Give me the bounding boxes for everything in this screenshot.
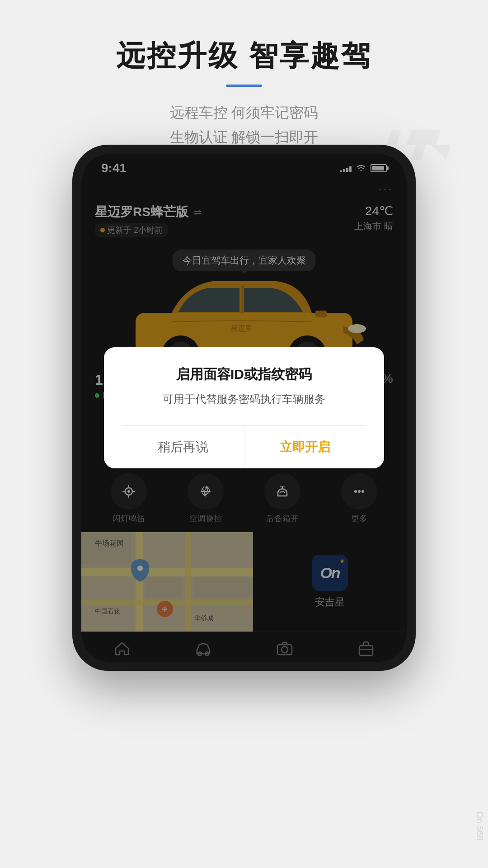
dialog-box: 启用面容ID或指纹密码 可用于代替服务密码执行车辆服务 稍后再说 立即开启 [104, 347, 384, 468]
phone-frame: 9:41 [72, 145, 416, 671]
promo-subtitle-line2: 生物认证 解锁一扫即开 [170, 129, 319, 145]
dialog-title: 启用面容ID或指纹密码 [122, 365, 366, 384]
dialog-body: 可用于代替服务密码执行车辆服务 [122, 391, 366, 407]
dialog-confirm-button[interactable]: 立即开启 [244, 426, 366, 468]
dialog-buttons: 稍后再说 立即开启 [122, 425, 366, 468]
dialog-overlay: 启用面容ID或指纹密码 可用于代替服务密码执行车辆服务 稍后再说 立即开启 [81, 154, 407, 662]
watermark-text: On 568 [474, 811, 485, 841]
phone-screen: 9:41 [81, 154, 407, 662]
promo-subtitle-line1: 远程车控 何须牢记密码 [170, 104, 319, 121]
dialog-cancel-button[interactable]: 稍后再说 [122, 426, 244, 468]
promo-divider [226, 85, 262, 87]
phone-mockup: 9:41 [72, 145, 416, 671]
promo-title: 远控升级 智享趣驾 [0, 36, 488, 75]
